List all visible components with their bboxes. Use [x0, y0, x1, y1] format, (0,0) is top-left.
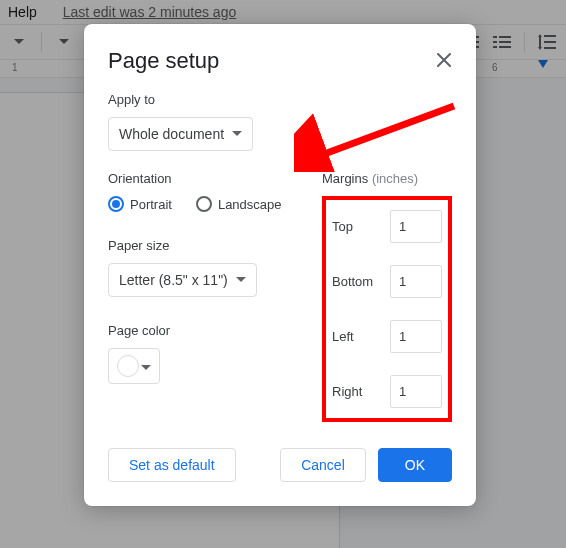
margin-left-label: Left: [332, 329, 384, 344]
chevron-down-icon: [232, 131, 242, 137]
ok-button[interactable]: OK: [378, 448, 452, 482]
margin-bottom-input[interactable]: [390, 265, 442, 298]
margin-top-input[interactable]: [390, 210, 442, 243]
orientation-label: Orientation: [108, 171, 298, 186]
orientation-landscape-radio[interactable]: Landscape: [196, 196, 282, 212]
page-setup-dialog: Page setup Apply to Whole document Orien…: [84, 24, 476, 506]
annotation-arrow: [294, 102, 464, 172]
chevron-down-icon: [141, 358, 151, 374]
margins-label: Margins (inches): [322, 171, 452, 186]
cancel-button[interactable]: Cancel: [280, 448, 366, 482]
page-color-label: Page color: [108, 323, 298, 338]
margin-left-input[interactable]: [390, 320, 442, 353]
margin-right-label: Right: [332, 384, 384, 399]
apply-to-value: Whole document: [119, 126, 224, 142]
dialog-title: Page setup: [108, 48, 452, 74]
margin-right-input[interactable]: [390, 375, 442, 408]
apply-to-label: Apply to: [108, 92, 452, 107]
radio-dot: [196, 196, 212, 212]
close-icon[interactable]: [430, 46, 458, 74]
margins-highlight: Top Bottom Left Right: [322, 196, 452, 422]
apply-to-select[interactable]: Whole document: [108, 117, 253, 151]
paper-size-value: Letter (8.5" x 11"): [119, 272, 228, 288]
paper-size-select[interactable]: Letter (8.5" x 11"): [108, 263, 257, 297]
color-swatch-circle: [117, 355, 139, 377]
page-color-select[interactable]: [108, 348, 160, 384]
chevron-down-icon: [236, 277, 246, 283]
margin-top-label: Top: [332, 219, 384, 234]
svg-line-15: [308, 106, 454, 160]
orientation-portrait-radio[interactable]: Portrait: [108, 196, 172, 212]
paper-size-label: Paper size: [108, 238, 298, 253]
radio-dot: [108, 196, 124, 212]
set-as-default-button[interactable]: Set as default: [108, 448, 236, 482]
margin-bottom-label: Bottom: [332, 274, 384, 289]
